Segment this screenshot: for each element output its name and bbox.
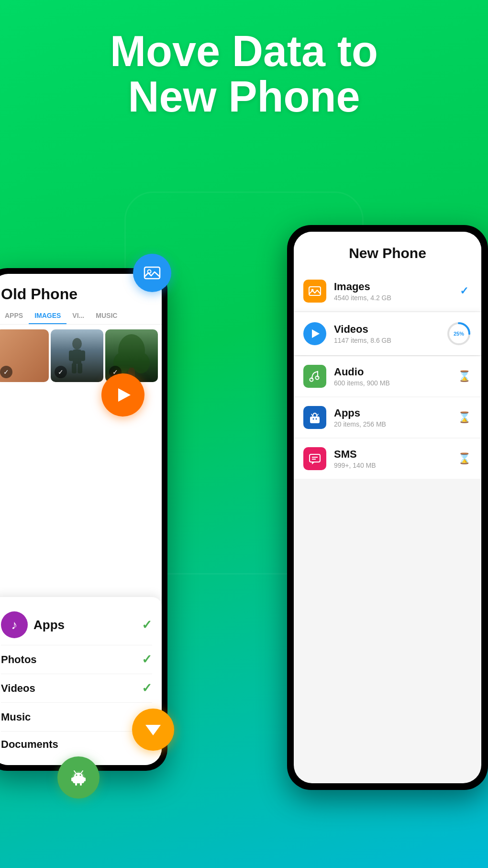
svg-line-34: [311, 414, 312, 416]
sms-sub: 999+, 140 MB: [334, 462, 456, 469]
apps-check: ✓: [142, 618, 152, 632]
svg-rect-36: [310, 454, 320, 462]
sms-info: SMS 999+, 140 MB: [334, 448, 456, 469]
float-photo-icon: [133, 254, 171, 292]
svg-rect-15: [73, 349, 81, 364]
float-android-icon: [57, 756, 100, 799]
old-list-item-apps[interactable]: ♪ Apps ✓: [1, 605, 152, 645]
svg-rect-6: [71, 778, 73, 781]
svg-rect-18: [72, 363, 77, 373]
svg-rect-17: [80, 350, 85, 361]
videos-sub: 1147 items, 8.6 GB: [334, 337, 446, 344]
svg-point-33: [316, 418, 317, 420]
videos-info: Videos 1147 items, 8.6 GB: [334, 323, 446, 344]
new-list-item-videos[interactable]: Videos 1147 items, 8.6 GB 25%: [294, 312, 481, 355]
apps-name: Apps: [334, 407, 456, 419]
svg-point-9: [80, 775, 81, 776]
apps-status: ⌛: [456, 410, 472, 425]
tab-music[interactable]: MUSIC: [90, 308, 123, 324]
new-phone-screen: New Phone Images 4540 items, 4.2 GB: [294, 232, 481, 783]
photos-check: ✓: [142, 652, 152, 667]
svg-point-23: [133, 352, 150, 373]
old-phone-screen: Old Phone APPS IMAGES VI... MUSIC: [0, 274, 162, 765]
audio-name: Audio: [334, 366, 456, 378]
apps-info: Apps 20 items, 256 MB: [334, 407, 456, 428]
images-icon: [303, 280, 326, 303]
new-list-item-images[interactable]: Images 4540 items, 4.2 GB ✓: [294, 271, 481, 311]
image-thumb-face[interactable]: ✓: [0, 329, 49, 382]
apps-icon: [303, 406, 326, 429]
hero-line1: Move Data to: [29, 29, 459, 74]
old-images-grid: ✓ ✓: [0, 325, 162, 387]
images-check: ✓: [456, 283, 472, 299]
float-play-icon: [101, 373, 144, 417]
apps-music-icon: ♪: [1, 611, 28, 638]
tab-images[interactable]: IMAGES: [29, 308, 67, 324]
audio-sub: 600 items, 900 MB: [334, 379, 456, 387]
svg-rect-5: [73, 777, 84, 783]
hero-line2: New Phone: [29, 74, 459, 120]
svg-rect-31: [310, 417, 320, 423]
videos-name: Videos: [334, 323, 446, 336]
float-down-arrow: [132, 709, 174, 751]
new-phone-title: New Phone: [294, 232, 481, 271]
svg-line-11: [81, 771, 83, 773]
old-list-item-music[interactable]: Music ✓: [1, 703, 152, 732]
svg-rect-19: [78, 363, 82, 373]
apps-sub: 20 items, 256 MB: [334, 420, 456, 428]
audio-status: ⌛: [456, 369, 472, 384]
new-phone-wrapper: New Phone Images 4540 items, 4.2 GB: [287, 225, 488, 800]
check-face: ✓: [0, 366, 12, 378]
svg-point-29: [310, 378, 313, 382]
progress-percent: %: [459, 331, 464, 337]
svg-rect-0: [144, 267, 160, 279]
videos-check: ✓: [142, 681, 152, 696]
svg-marker-2: [118, 388, 131, 402]
svg-rect-24: [309, 287, 321, 295]
image-thumb-forest[interactable]: ✓: [105, 329, 158, 382]
svg-line-10: [74, 771, 76, 773]
svg-rect-12: [75, 783, 77, 786]
hero-title: Move Data to New Phone: [0, 29, 488, 119]
old-list-item-documents[interactable]: Documents: [1, 732, 152, 757]
svg-rect-7: [84, 778, 86, 781]
svg-point-32: [313, 418, 314, 420]
new-list-item-apps[interactable]: Apps 20 items, 256 MB ⌛: [294, 397, 481, 438]
old-phone-frame: Old Phone APPS IMAGES VI... MUSIC: [0, 268, 167, 771]
svg-point-8: [76, 775, 78, 776]
images-name: Images: [334, 281, 456, 293]
videos-icon: [303, 322, 326, 345]
tab-apps[interactable]: APPS: [0, 308, 29, 324]
images-sub: 4540 items, 4.2 GB: [334, 294, 456, 302]
svg-marker-26: [312, 329, 320, 338]
tab-videos[interactable]: VI...: [67, 308, 90, 324]
svg-marker-3: [145, 725, 161, 735]
old-list-item-videos[interactable]: Videos ✓: [1, 674, 152, 703]
sms-icon: [303, 447, 326, 470]
svg-point-14: [72, 338, 82, 349]
new-list-item-sms[interactable]: SMS 999+, 140 MB ⌛: [294, 439, 481, 479]
check-mountain: ✓: [55, 366, 67, 378]
image-thumb-mountain[interactable]: ✓: [51, 329, 103, 382]
sms-name: SMS: [334, 448, 456, 461]
progress-label: 25: [454, 331, 459, 337]
new-phone-list: Images 4540 items, 4.2 GB ✓ V: [294, 271, 481, 479]
svg-rect-16: [69, 350, 74, 361]
audio-info: Audio 600 items, 900 MB: [334, 366, 456, 387]
new-list-item-audio[interactable]: Audio 600 items, 900 MB ⌛: [294, 356, 481, 396]
new-phone-frame: New Phone Images 4540 items, 4.2 GB: [287, 225, 488, 790]
sms-status: ⌛: [456, 451, 472, 466]
old-list-item-photos[interactable]: Photos ✓: [1, 645, 152, 674]
svg-rect-13: [80, 783, 82, 786]
images-info: Images 4540 items, 4.2 GB: [334, 281, 456, 302]
svg-line-35: [317, 414, 318, 416]
old-phone-tabs: APPS IMAGES VI... MUSIC: [0, 308, 162, 325]
audio-icon: [303, 365, 326, 388]
videos-progress: 25%: [446, 321, 472, 347]
